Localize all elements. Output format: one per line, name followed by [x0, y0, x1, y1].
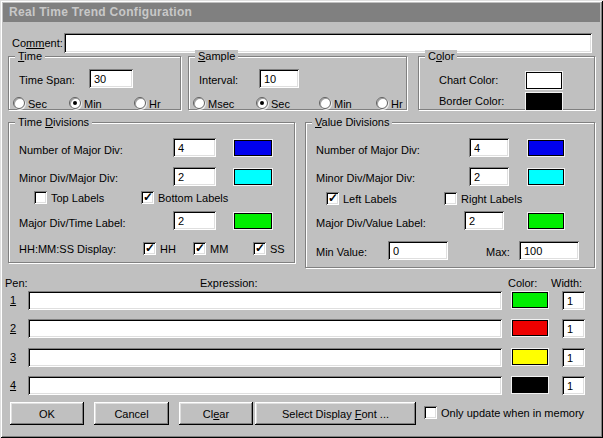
max-value-input[interactable] — [519, 241, 579, 260]
td-minor-color-swatch[interactable] — [234, 169, 272, 185]
comment-label-mnemonic: mm — [26, 37, 44, 49]
color-title-post: lor — [442, 50, 454, 62]
sample-group: Sample Interval: Msec Sec Min Hr — [188, 56, 407, 110]
time-hr-radio[interactable] — [134, 97, 146, 109]
pen-2-width-input[interactable] — [562, 319, 585, 338]
pen-1-expression-input[interactable] — [28, 291, 502, 310]
ss-checkbox[interactable] — [253, 242, 266, 255]
vd-minor-label: Minor Div/Major Div: — [316, 172, 415, 185]
only-update-memory-checkbox[interactable] — [424, 406, 437, 419]
expression-header: Expression: — [200, 277, 257, 290]
value-divisions-title: Value Divisions — [312, 116, 392, 129]
time-span-label: Time Span: — [19, 74, 75, 87]
td-minor-input[interactable] — [173, 167, 216, 186]
comment-label-post: ent: — [44, 37, 62, 49]
interval-input[interactable] — [259, 69, 299, 88]
td-major-input[interactable] — [173, 138, 216, 157]
pen-number-4: 4 — [10, 379, 16, 392]
time-sec-radio[interactable] — [13, 97, 25, 109]
vd-major-value-label: Major Div/Value Label: — [316, 217, 426, 230]
time-div-title-post: ivisions — [53, 116, 89, 128]
time-span-input[interactable] — [89, 69, 133, 88]
ok-button[interactable]: OK — [10, 402, 84, 425]
sample-sec-radio[interactable] — [256, 97, 268, 109]
pen-3-expression-input[interactable] — [28, 348, 502, 367]
vd-major-label: Number of Major Div: — [316, 144, 420, 157]
value-div-title-post: alue Divisions — [322, 116, 390, 128]
pen-header: Pen: — [5, 277, 28, 290]
pen-4-width-input[interactable] — [562, 376, 585, 395]
sample-msec-label: Msec — [208, 98, 234, 111]
mm-checkbox[interactable] — [193, 242, 206, 255]
pen-2-expression-input[interactable] — [28, 319, 502, 338]
pen-1-color-swatch[interactable] — [512, 292, 548, 308]
td-major-label: Number of Major Div: — [19, 144, 123, 157]
right-labels-checkbox[interactable] — [444, 192, 457, 205]
pen-4-expression-input[interactable] — [28, 376, 502, 395]
color-group: Color Chart Color: Border Color: — [418, 56, 595, 110]
pen-number-1: 1 — [10, 294, 16, 307]
vd-minor-color-swatch[interactable] — [528, 169, 564, 185]
left-labels-checkbox[interactable] — [326, 192, 339, 205]
sample-group-title: Sample — [195, 50, 238, 63]
chart-color-swatch[interactable] — [526, 72, 562, 89]
vd-major-value-input[interactable] — [464, 211, 504, 230]
min-value-input[interactable] — [388, 241, 448, 260]
pen-number-3: 3 — [10, 351, 16, 364]
value-divisions-group: Value Divisions Number of Major Div: Min… — [305, 122, 595, 268]
time-div-title-pre: Time — [18, 116, 45, 128]
sample-title-post: ample — [205, 50, 235, 62]
time-group: Time Time Span: Sec Min Hr — [8, 56, 181, 110]
time-min-radio[interactable] — [69, 97, 81, 109]
pen-1-width-input[interactable] — [562, 291, 585, 310]
mm-label: MM — [210, 243, 228, 256]
clear-button[interactable]: Clear — [179, 402, 253, 425]
pen-number-2: 2 — [10, 322, 16, 335]
time-divisions-title: Time Divisions — [15, 116, 92, 129]
td-major-color-swatch[interactable] — [234, 140, 272, 156]
chart-color-label: Chart Color: — [439, 74, 498, 87]
border-color-swatch[interactable] — [526, 93, 562, 110]
interval-label: Interval: — [199, 74, 238, 87]
sample-hr-radio[interactable] — [376, 97, 388, 109]
dialog-window: Real Time Trend Configuration Comment: T… — [0, 0, 603, 438]
pen-4-color-swatch[interactable] — [512, 377, 548, 393]
vd-minor-input[interactable] — [469, 167, 509, 186]
width-header: Width: — [551, 277, 582, 290]
title-bar[interactable]: Real Time Trend Configuration — [3, 3, 600, 22]
ss-label: SS — [270, 243, 285, 256]
sample-min-radio[interactable] — [319, 97, 331, 109]
time-group-title: Time — [15, 50, 45, 63]
bottom-labels-label: Bottom Labels — [158, 192, 228, 205]
color-title-pre: C — [428, 50, 436, 62]
td-major-time-color-swatch[interactable] — [234, 213, 272, 229]
comment-label-pre: Co — [12, 37, 26, 49]
comment-label: Comment: — [12, 37, 63, 50]
only-update-memory-label: Only update when in memory — [441, 407, 584, 420]
time-title-post: ime — [24, 50, 42, 62]
select-display-font-button[interactable]: Select Display Font ... — [255, 402, 416, 425]
time-divisions-group: Time Divisions Number of Major Div: Mino… — [8, 122, 295, 263]
time-div-title-mnemonic: D — [45, 116, 53, 128]
comment-input[interactable] — [64, 33, 592, 53]
top-labels-checkbox[interactable] — [34, 191, 47, 204]
sample-msec-radio[interactable] — [193, 97, 205, 109]
left-labels-label: Left Labels — [343, 193, 397, 206]
bottom-labels-checkbox[interactable] — [141, 191, 154, 204]
hh-checkbox[interactable] — [143, 242, 156, 255]
time-min-label: Min — [84, 98, 102, 111]
pen-3-color-swatch[interactable] — [512, 349, 548, 365]
vd-major-color-swatch[interactable] — [528, 140, 564, 156]
font-pre: Select Display — [282, 408, 355, 420]
window-title: Real Time Trend Configuration — [9, 5, 192, 19]
vd-major-input[interactable] — [469, 138, 509, 157]
sample-min-label: Min — [334, 98, 352, 111]
vd-major-value-color-swatch[interactable] — [528, 213, 564, 229]
cancel-button[interactable]: Cancel — [94, 402, 169, 425]
right-labels-label: Right Labels — [461, 193, 522, 206]
pen-3-width-input[interactable] — [562, 348, 585, 367]
td-major-time-input[interactable] — [173, 211, 216, 230]
pen-2-color-swatch[interactable] — [512, 320, 548, 336]
border-color-label: Border Color: — [439, 95, 504, 108]
max-value-label: Max: — [486, 246, 510, 259]
